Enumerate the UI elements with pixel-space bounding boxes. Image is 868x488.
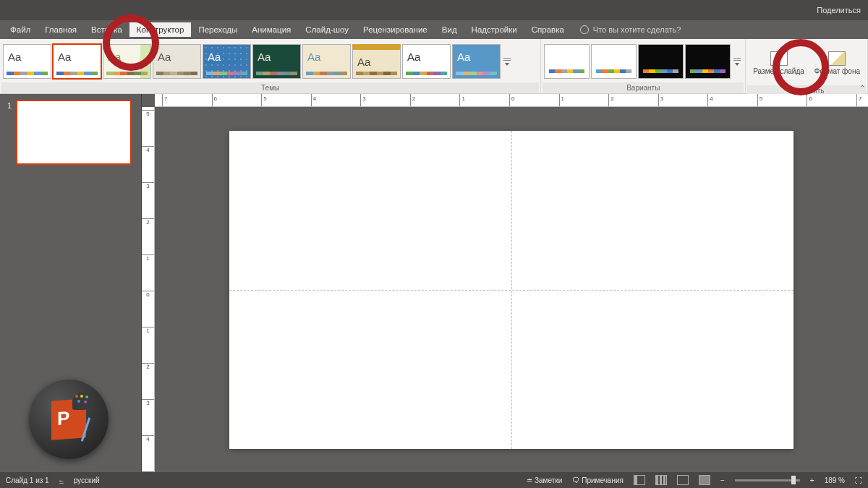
theme-thumbnail[interactable]: Aa <box>352 44 401 79</box>
slide-size-icon <box>770 51 788 66</box>
variants-group-label: Варианты <box>542 82 744 93</box>
theme-thumbnail[interactable]: Aa <box>203 44 251 79</box>
language-button[interactable]: русский <box>74 476 100 484</box>
zoom-out-button[interactable]: − <box>720 476 725 484</box>
theme-color-swatch <box>406 72 447 75</box>
variant-thumbnail[interactable] <box>591 44 637 79</box>
theme-color-swatch <box>306 72 347 75</box>
variant-thumbnail[interactable] <box>638 44 684 79</box>
theme-thumbnail[interactable]: Aa <box>452 44 501 79</box>
theme-aa-label: Aa <box>258 51 271 63</box>
format-background-button[interactable]: Формат фона <box>810 42 864 84</box>
tab-review[interactable]: Рецензирование <box>356 22 435 37</box>
theme-thumbnail[interactable]: Aa <box>3 44 51 79</box>
title-bar: Поделиться <box>0 0 868 20</box>
variant-thumbnail[interactable] <box>544 44 590 79</box>
tab-insert[interactable]: Вставка <box>84 22 129 37</box>
bulb-icon <box>580 25 589 34</box>
powerpoint-logo-badge <box>29 380 109 459</box>
slide-size-button[interactable]: Размер слайда <box>749 42 809 84</box>
theme-aa-label: Aa <box>8 51 21 63</box>
theme-thumbnail[interactable]: Aa <box>252 44 301 79</box>
slide-size-label: Размер слайда <box>753 67 804 75</box>
theme-color-swatch <box>356 72 397 75</box>
theme-color-swatch <box>206 72 247 75</box>
tab-help[interactable]: Справка <box>524 22 571 37</box>
zoom-in-button[interactable]: + <box>810 476 814 484</box>
tab-transitions[interactable]: Переходы <box>191 22 244 37</box>
menu-bar: Файл Главная Вставка Конструктор Переход… <box>0 20 868 39</box>
sorter-view-button[interactable] <box>655 475 667 485</box>
theme-thumbnail[interactable]: Aa <box>402 44 451 79</box>
tab-slideshow[interactable]: Слайд-шоу <box>298 22 356 37</box>
themes-expand-button[interactable] <box>502 44 512 79</box>
variant-color-swatch <box>596 69 631 73</box>
canvas-area[interactable] <box>155 107 868 472</box>
tab-view[interactable]: Вид <box>435 22 464 37</box>
format-bg-label: Формат фона <box>814 67 860 75</box>
status-bar: Слайд 1 из 1 ⎁ русский ≐ Заметки 🗨 Приме… <box>0 472 868 488</box>
slide-canvas[interactable] <box>229 131 793 449</box>
notes-button[interactable]: ≐ Заметки <box>527 476 562 484</box>
comments-button[interactable]: 🗨 Примечания <box>572 476 624 484</box>
theme-color-swatch <box>156 72 197 75</box>
theme-aa-label: Aa <box>357 56 370 68</box>
normal-view-button[interactable] <box>634 475 645 485</box>
share-button[interactable]: Поделиться <box>817 6 861 14</box>
horizontal-guide[interactable] <box>229 290 793 291</box>
theme-color-swatch <box>7 72 48 75</box>
design-ribbon: AaAaAaAaAaAaAaAaAaAa Темы Варианты Разме… <box>0 39 868 94</box>
theme-aa-label: Aa <box>158 51 171 63</box>
theme-aa-label: Aa <box>58 51 71 63</box>
theme-aa-label: Aa <box>307 51 320 63</box>
themes-group-label: Темы <box>1 82 539 93</box>
workspace: 1 765432101234567 54321012345 <box>0 94 868 472</box>
tab-file[interactable]: Файл <box>3 22 38 37</box>
theme-thumbnail[interactable]: Aa <box>302 44 351 79</box>
variant-thumbnail[interactable] <box>685 44 731 79</box>
collapse-ribbon-button[interactable]: ⌃ <box>859 84 865 92</box>
theme-color-swatch <box>256 72 297 75</box>
tell-me-label: Что вы хотите сделать? <box>593 25 681 34</box>
notes-label: Заметки <box>535 476 562 484</box>
variant-color-swatch <box>549 69 584 73</box>
slide-thumbnail[interactable] <box>16 100 132 165</box>
horizontal-ruler[interactable]: 765432101234567 <box>155 94 868 107</box>
theme-aa-label: Aa <box>108 51 121 63</box>
vertical-ruler[interactable]: 54321012345 <box>142 107 155 472</box>
comments-label: Примечания <box>582 476 624 484</box>
slide-editor: 765432101234567 54321012345 <box>142 94 868 472</box>
tell-me-search[interactable]: Что вы хотите сделать? <box>580 25 681 34</box>
variants-expand-button[interactable] <box>732 44 742 79</box>
variants-group: Варианты <box>541 39 746 93</box>
zoom-level[interactable]: 189 % <box>825 476 845 484</box>
tab-addins[interactable]: Надстройки <box>464 22 524 37</box>
theme-thumbnail[interactable]: Aa <box>53 44 101 79</box>
tab-design[interactable]: Конструктор <box>129 22 192 37</box>
theme-thumbnail[interactable]: Aa <box>103 44 151 79</box>
spellcheck-icon[interactable]: ⎁ <box>59 476 64 484</box>
theme-aa-label: Aa <box>208 51 221 63</box>
theme-color-swatch <box>456 72 497 75</box>
slide-counter[interactable]: Слайд 1 из 1 <box>6 476 49 484</box>
tab-home[interactable]: Главная <box>38 22 84 37</box>
palette-icon <box>72 393 93 410</box>
theme-aa-label: Aa <box>407 51 420 63</box>
reading-view-button[interactable] <box>677 475 689 485</box>
theme-color-swatch <box>56 72 98 75</box>
format-bg-icon <box>828 51 846 66</box>
slide-number: 1 <box>7 100 12 165</box>
fit-to-window-button[interactable]: ⛶ <box>855 476 862 484</box>
themes-group: AaAaAaAaAaAaAaAaAaAa Темы <box>0 39 541 93</box>
variant-color-swatch <box>643 69 678 73</box>
slideshow-view-button[interactable] <box>699 475 710 485</box>
theme-color-swatch <box>106 72 148 75</box>
slide-thumb-item[interactable]: 1 <box>7 100 134 165</box>
theme-aa-label: Aa <box>457 51 470 63</box>
zoom-slider[interactable] <box>735 479 800 481</box>
customize-group: Размер слайда Формат фона Настроить <box>746 39 868 93</box>
theme-thumbnail[interactable]: Aa <box>153 44 201 79</box>
tab-animations[interactable]: Анимация <box>244 22 298 37</box>
variant-color-swatch <box>690 69 726 73</box>
